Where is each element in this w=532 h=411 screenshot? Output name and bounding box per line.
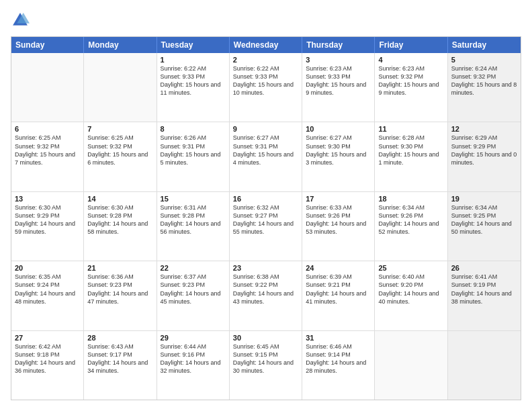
day-info: Sunrise: 6:38 AM Sunset: 9:22 PM Dayligh… bbox=[233, 273, 298, 306]
weekday-header-sunday: Sunday bbox=[11, 37, 84, 53]
calendar: SundayMondayTuesdayWednesdayThursdayFrid… bbox=[11, 36, 521, 400]
calendar-cell-day-28: 28Sunrise: 6:43 AM Sunset: 9:17 PM Dayli… bbox=[84, 331, 157, 400]
calendar-cell-day-26: 26Sunrise: 6:41 AM Sunset: 9:19 PM Dayli… bbox=[448, 261, 521, 330]
day-info: Sunrise: 6:42 AM Sunset: 9:18 PM Dayligh… bbox=[15, 342, 80, 375]
day-info: Sunrise: 6:26 AM Sunset: 9:31 PM Dayligh… bbox=[161, 134, 226, 167]
day-info: Sunrise: 6:44 AM Sunset: 9:16 PM Dayligh… bbox=[161, 342, 226, 375]
calendar-cell-empty bbox=[11, 53, 84, 122]
day-number: 20 bbox=[15, 264, 80, 272]
calendar-cell-day-18: 18Sunrise: 6:34 AM Sunset: 9:26 PM Dayli… bbox=[375, 192, 447, 261]
day-number: 17 bbox=[306, 195, 371, 203]
day-number: 10 bbox=[306, 125, 371, 133]
calendar-cell-day-23: 23Sunrise: 6:38 AM Sunset: 9:22 PM Dayli… bbox=[230, 261, 302, 330]
day-info: Sunrise: 6:28 AM Sunset: 9:30 PM Dayligh… bbox=[378, 134, 443, 167]
weekday-header-monday: Monday bbox=[84, 37, 157, 53]
calendar-cell-day-17: 17Sunrise: 6:33 AM Sunset: 9:26 PM Dayli… bbox=[302, 192, 375, 261]
calendar-cell-day-11: 11Sunrise: 6:28 AM Sunset: 9:30 PM Dayli… bbox=[375, 122, 447, 191]
calendar-cell-day-5: 5Sunrise: 6:24 AM Sunset: 9:32 PM Daylig… bbox=[448, 53, 521, 122]
day-info: Sunrise: 6:27 AM Sunset: 9:30 PM Dayligh… bbox=[306, 134, 371, 167]
day-info: Sunrise: 6:25 AM Sunset: 9:32 PM Dayligh… bbox=[15, 134, 80, 167]
day-info: Sunrise: 6:43 AM Sunset: 9:17 PM Dayligh… bbox=[87, 342, 152, 375]
day-info: Sunrise: 6:24 AM Sunset: 9:32 PM Dayligh… bbox=[451, 64, 517, 97]
calendar-cell-day-12: 12Sunrise: 6:29 AM Sunset: 9:29 PM Dayli… bbox=[448, 122, 521, 191]
day-number: 7 bbox=[87, 125, 152, 133]
weekday-header-thursday: Thursday bbox=[302, 37, 375, 53]
calendar-cell-day-13: 13Sunrise: 6:30 AM Sunset: 9:29 PM Dayli… bbox=[11, 192, 84, 261]
day-info: Sunrise: 6:36 AM Sunset: 9:23 PM Dayligh… bbox=[87, 273, 152, 306]
day-number: 9 bbox=[233, 125, 298, 133]
calendar-cell-day-29: 29Sunrise: 6:44 AM Sunset: 9:16 PM Dayli… bbox=[157, 331, 230, 400]
calendar-cell-day-20: 20Sunrise: 6:35 AM Sunset: 9:24 PM Dayli… bbox=[11, 261, 84, 330]
day-number: 15 bbox=[161, 195, 226, 203]
day-info: Sunrise: 6:23 AM Sunset: 9:32 PM Dayligh… bbox=[378, 64, 443, 97]
day-info: Sunrise: 6:22 AM Sunset: 9:33 PM Dayligh… bbox=[233, 64, 298, 97]
day-number: 25 bbox=[378, 264, 443, 272]
calendar-header: SundayMondayTuesdayWednesdayThursdayFrid… bbox=[11, 37, 521, 53]
day-number: 4 bbox=[378, 56, 443, 64]
day-info: Sunrise: 6:34 AM Sunset: 9:25 PM Dayligh… bbox=[451, 203, 517, 236]
day-info: Sunrise: 6:22 AM Sunset: 9:33 PM Dayligh… bbox=[161, 64, 226, 97]
page: SundayMondayTuesdayWednesdayThursdayFrid… bbox=[0, 0, 532, 411]
day-number: 19 bbox=[451, 195, 517, 203]
logo-icon bbox=[11, 11, 30, 30]
day-number: 6 bbox=[15, 125, 80, 133]
day-number: 24 bbox=[306, 264, 371, 272]
calendar-cell-day-22: 22Sunrise: 6:37 AM Sunset: 9:23 PM Dayli… bbox=[157, 261, 230, 330]
calendar-row-4: 20Sunrise: 6:35 AM Sunset: 9:24 PM Dayli… bbox=[11, 261, 521, 330]
calendar-cell-empty bbox=[84, 53, 157, 122]
day-info: Sunrise: 6:34 AM Sunset: 9:26 PM Dayligh… bbox=[378, 203, 443, 236]
calendar-cell-day-10: 10Sunrise: 6:27 AM Sunset: 9:30 PM Dayli… bbox=[302, 122, 375, 191]
day-info: Sunrise: 6:46 AM Sunset: 9:14 PM Dayligh… bbox=[306, 342, 371, 375]
day-info: Sunrise: 6:30 AM Sunset: 9:29 PM Dayligh… bbox=[15, 203, 80, 236]
calendar-row-2: 6Sunrise: 6:25 AM Sunset: 9:32 PM Daylig… bbox=[11, 122, 521, 191]
calendar-cell-empty bbox=[448, 331, 521, 400]
day-number: 18 bbox=[378, 195, 443, 203]
day-number: 29 bbox=[161, 334, 226, 342]
calendar-cell-day-2: 2Sunrise: 6:22 AM Sunset: 9:33 PM Daylig… bbox=[230, 53, 302, 122]
day-number: 22 bbox=[161, 264, 226, 272]
day-number: 28 bbox=[87, 334, 152, 342]
day-number: 8 bbox=[161, 125, 226, 133]
header bbox=[11, 11, 521, 30]
calendar-cell-day-16: 16Sunrise: 6:32 AM Sunset: 9:27 PM Dayli… bbox=[230, 192, 302, 261]
calendar-cell-day-7: 7Sunrise: 6:25 AM Sunset: 9:32 PM Daylig… bbox=[84, 122, 157, 191]
day-info: Sunrise: 6:27 AM Sunset: 9:31 PM Dayligh… bbox=[233, 134, 298, 167]
day-number: 12 bbox=[451, 125, 517, 133]
day-number: 23 bbox=[233, 264, 298, 272]
day-number: 21 bbox=[87, 264, 152, 272]
logo bbox=[11, 11, 32, 30]
calendar-row-5: 27Sunrise: 6:42 AM Sunset: 9:18 PM Dayli… bbox=[11, 330, 521, 400]
day-info: Sunrise: 6:23 AM Sunset: 9:33 PM Dayligh… bbox=[306, 64, 371, 97]
day-number: 5 bbox=[451, 56, 517, 64]
calendar-cell-day-31: 31Sunrise: 6:46 AM Sunset: 9:14 PM Dayli… bbox=[302, 331, 375, 400]
calendar-row-3: 13Sunrise: 6:30 AM Sunset: 9:29 PM Dayli… bbox=[11, 191, 521, 261]
calendar-cell-day-1: 1Sunrise: 6:22 AM Sunset: 9:33 PM Daylig… bbox=[157, 53, 230, 122]
calendar-cell-day-15: 15Sunrise: 6:31 AM Sunset: 9:28 PM Dayli… bbox=[157, 192, 230, 261]
calendar-cell-day-25: 25Sunrise: 6:40 AM Sunset: 9:20 PM Dayli… bbox=[375, 261, 447, 330]
day-info: Sunrise: 6:25 AM Sunset: 9:32 PM Dayligh… bbox=[87, 134, 152, 167]
calendar-cell-day-24: 24Sunrise: 6:39 AM Sunset: 9:21 PM Dayli… bbox=[302, 261, 375, 330]
calendar-row-1: 1Sunrise: 6:22 AM Sunset: 9:33 PM Daylig… bbox=[11, 53, 521, 122]
day-number: 13 bbox=[15, 195, 80, 203]
day-number: 11 bbox=[378, 125, 443, 133]
day-number: 14 bbox=[87, 195, 152, 203]
calendar-cell-day-6: 6Sunrise: 6:25 AM Sunset: 9:32 PM Daylig… bbox=[11, 122, 84, 191]
calendar-cell-day-14: 14Sunrise: 6:30 AM Sunset: 9:28 PM Dayli… bbox=[84, 192, 157, 261]
calendar-cell-day-21: 21Sunrise: 6:36 AM Sunset: 9:23 PM Dayli… bbox=[84, 261, 157, 330]
calendar-cell-day-9: 9Sunrise: 6:27 AM Sunset: 9:31 PM Daylig… bbox=[230, 122, 302, 191]
day-info: Sunrise: 6:33 AM Sunset: 9:26 PM Dayligh… bbox=[306, 203, 371, 236]
calendar-cell-day-8: 8Sunrise: 6:26 AM Sunset: 9:31 PM Daylig… bbox=[157, 122, 230, 191]
day-number: 1 bbox=[161, 56, 226, 64]
day-number: 16 bbox=[233, 195, 298, 203]
calendar-cell-day-27: 27Sunrise: 6:42 AM Sunset: 9:18 PM Dayli… bbox=[11, 331, 84, 400]
day-info: Sunrise: 6:35 AM Sunset: 9:24 PM Dayligh… bbox=[15, 273, 80, 306]
day-number: 30 bbox=[233, 334, 298, 342]
day-info: Sunrise: 6:39 AM Sunset: 9:21 PM Dayligh… bbox=[306, 273, 371, 306]
weekday-header-saturday: Saturday bbox=[448, 37, 521, 53]
calendar-cell-day-4: 4Sunrise: 6:23 AM Sunset: 9:32 PM Daylig… bbox=[375, 53, 447, 122]
day-info: Sunrise: 6:30 AM Sunset: 9:28 PM Dayligh… bbox=[87, 203, 152, 236]
calendar-cell-day-3: 3Sunrise: 6:23 AM Sunset: 9:33 PM Daylig… bbox=[302, 53, 375, 122]
weekday-header-wednesday: Wednesday bbox=[230, 37, 302, 53]
calendar-cell-empty bbox=[375, 331, 447, 400]
day-info: Sunrise: 6:31 AM Sunset: 9:28 PM Dayligh… bbox=[161, 203, 226, 236]
